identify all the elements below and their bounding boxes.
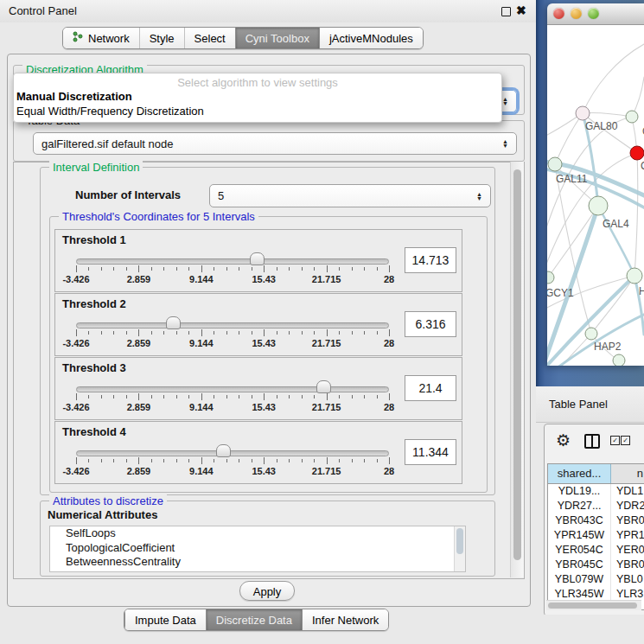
tick-label: 21.715: [312, 402, 341, 412]
number-of-intervals-value: 5: [218, 189, 224, 202]
threshold-slider[interactable]: -3.4262.8599.14415.4321.71528: [76, 379, 389, 418]
node-label: GAL80: [585, 120, 618, 132]
column-header-name[interactable]: n: [611, 464, 644, 483]
attribute-list-item[interactable]: TopologicalCoefficient: [50, 541, 465, 556]
cell-name[interactable]: YPR1: [611, 528, 644, 543]
close-traffic-light-icon[interactable]: [553, 8, 564, 19]
dropdown-option-manual[interactable]: Manual Discretization: [14, 89, 501, 104]
threshold-slider[interactable]: -3.4262.8599.14415.4321.71528: [76, 443, 389, 482]
network-node-red-node[interactable]: [630, 146, 644, 160]
attribute-list-item[interactable]: SelfLoops: [50, 526, 465, 541]
threshold-label: Threshold 2: [62, 297, 126, 310]
threshold-value-field[interactable]: [405, 247, 456, 273]
table-row[interactable]: YBR043CYBR0: [548, 513, 644, 528]
cell-shared-name[interactable]: YBR045C: [548, 558, 611, 572]
node-attribute-table[interactable]: shared... n YDL19...YDL1YDR27...YDR2YBR0…: [547, 463, 644, 610]
cell-shared-name[interactable]: YBL079W: [548, 572, 611, 587]
group-title-attributes: Attributes to discretize: [49, 494, 167, 507]
cell-name[interactable]: YDR2: [611, 499, 644, 513]
top-tab-bar: NetworkStyleSelectCyni ToolboxjActiveMNo…: [62, 27, 424, 49]
tab-label: Impute Data: [135, 614, 196, 627]
slider-thumb[interactable]: [250, 252, 265, 265]
network-node-node[interactable]: [613, 354, 625, 366]
cell-name[interactable]: YBL0: [611, 572, 644, 587]
float-window-icon[interactable]: [501, 7, 511, 16]
table-row[interactable]: YDR27...YDR2: [548, 499, 644, 513]
tick-label: 28: [384, 338, 394, 348]
dropdown-option-equal-width[interactable]: Equal Width/Frequency Discretization: [14, 104, 501, 118]
tab-style[interactable]: Style: [139, 28, 184, 48]
cell-shared-name[interactable]: YPR145W: [548, 528, 611, 543]
table-row[interactable]: YER054CYER0: [548, 543, 644, 558]
tab-cyni-toolbox[interactable]: Cyni Toolbox: [235, 28, 319, 48]
threshold-value-field[interactable]: [405, 311, 456, 337]
cell-name[interactable]: YER0: [611, 543, 644, 558]
table-data-combobox[interactable]: galFiltered.sif default node ▲▼: [33, 132, 517, 155]
interval-definition-group: Interval Definition Number of Intervals …: [40, 167, 495, 495]
cell-name[interactable]: YBR0: [611, 513, 644, 528]
network-window-titlebar[interactable]: [547, 3, 644, 25]
vertical-scrollbar[interactable]: [510, 162, 524, 577]
threshold-panel-2: Threshold 2-3.4262.8599.14415.4321.71528: [54, 293, 462, 356]
network-node-gal4[interactable]: [589, 196, 608, 215]
checkbox-icon[interactable]: ✓: [610, 436, 620, 445]
cell-name[interactable]: YBR0: [611, 558, 644, 572]
slider-track[interactable]: [76, 386, 389, 392]
network-node-ga[interactable]: [626, 111, 638, 123]
tick-label: 2.859: [127, 274, 151, 284]
minimize-traffic-light-icon[interactable]: [571, 8, 582, 19]
cell-shared-name[interactable]: YER054C: [548, 543, 611, 558]
table-row[interactable]: YBR045CYBR0: [548, 558, 644, 572]
close-icon[interactable]: ✖: [516, 3, 526, 17]
tick-label: 15.43: [252, 466, 276, 476]
network-node-h[interactable]: [627, 268, 642, 284]
scrollbar-thumb[interactable]: [513, 169, 521, 560]
numerical-attributes-list[interactable]: SelfLoopsTopologicalCoefficientBetweenne…: [49, 526, 466, 572]
number-of-intervals-combobox[interactable]: 5 ▲▼: [209, 184, 491, 207]
network-node-hap2[interactable]: [585, 328, 597, 340]
slider-track[interactable]: [76, 322, 389, 328]
tab-select[interactable]: Select: [184, 28, 235, 48]
table-panel: ⚙ ✓ ✓ shared... n YDL19...YDL1YDR27...YD…: [544, 424, 644, 616]
table-row[interactable]: YPR145WYPR1: [548, 528, 644, 543]
scrollbar-thumb[interactable]: [456, 528, 463, 554]
tab-jactivemnodules[interactable]: jActiveMNodules: [319, 28, 423, 48]
column-header-shared-name[interactable]: shared...: [548, 464, 611, 483]
threshold-panel-3: Threshold 3-3.4262.8599.14415.4321.71528: [54, 357, 462, 420]
threshold-slider[interactable]: -3.4262.8599.14415.4321.71528: [76, 315, 389, 354]
network-node-gcy1[interactable]: [547, 271, 554, 284]
slider-thumb[interactable]: [316, 380, 331, 393]
tab-infer-network[interactable]: Infer Network: [302, 609, 388, 630]
cell-shared-name[interactable]: YDR27...: [548, 499, 611, 513]
attribute-list-item[interactable]: BetweennessCentrality: [50, 555, 465, 570]
apply-button[interactable]: Apply: [239, 581, 295, 601]
tick-label: 21.715: [312, 274, 341, 284]
split-columns-icon[interactable]: [584, 434, 600, 449]
threshold-value-field[interactable]: [405, 375, 456, 401]
attributes-list-scrollbar[interactable]: [454, 526, 465, 571]
scrollbar-thumb[interactable]: [548, 603, 637, 609]
horizontal-scrollbar[interactable]: [546, 600, 641, 610]
slider-track[interactable]: [76, 450, 389, 456]
cell-shared-name[interactable]: YBR043C: [548, 513, 611, 528]
slider-thumb[interactable]: [216, 444, 231, 457]
network-canvas[interactable]: GAL80GACGAL11GAL4GCY1HHAP2: [547, 25, 644, 366]
tab-network[interactable]: Network: [63, 28, 139, 48]
threshold-slider[interactable]: -3.4262.8599.14415.4321.71528: [76, 251, 389, 290]
tab-impute-data[interactable]: Impute Data: [124, 609, 206, 630]
network-node-gal80[interactable]: [576, 106, 590, 120]
cell-name[interactable]: YDL1: [611, 484, 644, 499]
cell-shared-name[interactable]: YDL19...: [548, 484, 611, 499]
slider-thumb[interactable]: [166, 316, 181, 329]
slider-track[interactable]: [76, 258, 389, 265]
table-row[interactable]: YBL079WYBL0: [548, 572, 644, 587]
table-row[interactable]: YDL19...YDL1: [548, 484, 644, 499]
checkbox-icon[interactable]: ✓: [621, 436, 630, 445]
tab-discretize-data[interactable]: Discretize Data: [206, 609, 302, 630]
zoom-traffic-light-icon[interactable]: [588, 8, 599, 19]
tick-label: 2.859: [127, 402, 151, 412]
threshold-value-field[interactable]: [405, 439, 456, 465]
tick-label: 2.859: [127, 338, 151, 348]
network-node-gal11[interactable]: [548, 157, 562, 171]
gear-icon[interactable]: ⚙: [556, 430, 571, 450]
